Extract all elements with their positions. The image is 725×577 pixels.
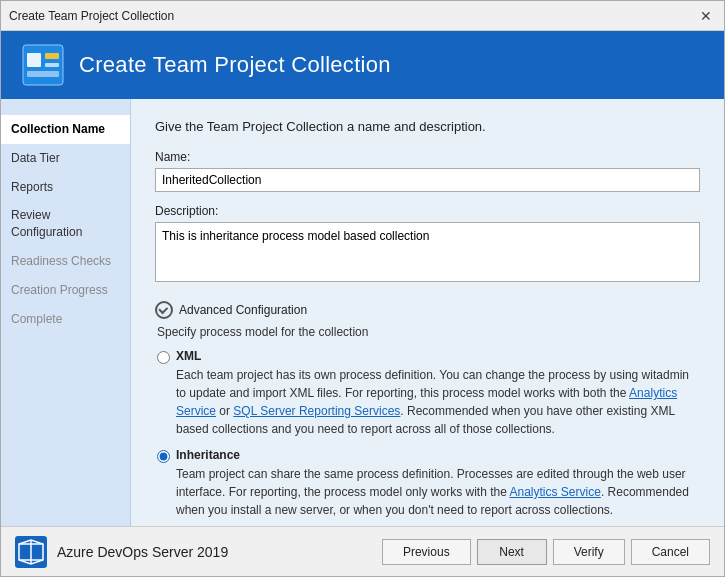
sidebar-item-collection-name[interactable]: Collection Name xyxy=(1,115,130,144)
header-bar: Create Team Project Collection xyxy=(1,31,724,99)
svg-rect-1 xyxy=(27,53,41,67)
sidebar-item-readiness-checks: Readiness Checks xyxy=(1,247,130,276)
xml-title: XML xyxy=(176,349,700,363)
advanced-label: Advanced Configuration xyxy=(179,303,307,317)
main-window: Create Team Project Collection ✕ Create … xyxy=(0,0,725,577)
footer-left: Azure DevOps Server 2019 xyxy=(15,536,228,568)
toggle-icon xyxy=(155,301,173,319)
advanced-section: Advanced Configuration Specify process m… xyxy=(155,301,700,526)
name-group: Name: xyxy=(155,150,700,192)
xml-desc-part2: or xyxy=(216,404,233,418)
sidebar-item-review-configuration[interactable]: Review Configuration xyxy=(1,201,130,247)
svg-rect-3 xyxy=(45,63,59,67)
xml-desc: Each team project has its own process de… xyxy=(176,366,700,438)
main-panel: Give the Team Project Collection a name … xyxy=(131,99,724,526)
specify-text: Specify process model for the collection xyxy=(157,325,700,339)
verify-button[interactable]: Verify xyxy=(553,539,625,565)
analytics-service-link-inheritance[interactable]: Analytics Service xyxy=(510,485,601,499)
name-label: Name: xyxy=(155,150,700,164)
advanced-toggle[interactable]: Advanced Configuration xyxy=(155,301,700,319)
name-input[interactable] xyxy=(155,168,700,192)
app-icon xyxy=(21,43,65,87)
content-area: Collection Name Data Tier Reports Review… xyxy=(1,99,724,526)
inheritance-text-group: Inheritance Team project can share the s… xyxy=(176,448,700,519)
xml-desc-part1: Each team project has its own process de… xyxy=(176,368,689,400)
title-bar: Create Team Project Collection ✕ xyxy=(1,1,724,31)
footer-app-icon xyxy=(15,536,47,568)
inheritance-radio-input[interactable] xyxy=(157,450,170,463)
window-title: Create Team Project Collection xyxy=(9,9,174,23)
radio-group: XML Each team project has its own proces… xyxy=(157,349,700,519)
sidebar-item-data-tier[interactable]: Data Tier xyxy=(1,144,130,173)
description-input[interactable]: This is inheritance process model based … xyxy=(155,222,700,282)
footer: Azure DevOps Server 2019 Previous Next V… xyxy=(1,526,724,576)
inheritance-radio-label[interactable]: Inheritance Team project can share the s… xyxy=(157,448,700,519)
xml-radio-label[interactable]: XML Each team project has its own proces… xyxy=(157,349,700,438)
inheritance-radio-item: Inheritance Team project can share the s… xyxy=(157,448,700,519)
xml-text-group: XML Each team project has its own proces… xyxy=(176,349,700,438)
sidebar-item-creation-progress: Creation Progress xyxy=(1,276,130,305)
svg-rect-4 xyxy=(27,71,59,77)
sidebar-item-complete: Complete xyxy=(1,305,130,334)
header-title: Create Team Project Collection xyxy=(79,52,391,78)
section-description: Give the Team Project Collection a name … xyxy=(155,119,700,134)
svg-rect-2 xyxy=(45,53,59,59)
sql-reporting-link[interactable]: SQL Server Reporting Services xyxy=(233,404,400,418)
next-button[interactable]: Next xyxy=(477,539,547,565)
description-label: Description: xyxy=(155,204,700,218)
sidebar-item-reports[interactable]: Reports xyxy=(1,173,130,202)
inheritance-title: Inheritance xyxy=(176,448,700,462)
xml-radio-item: XML Each team project has its own proces… xyxy=(157,349,700,438)
previous-button[interactable]: Previous xyxy=(382,539,471,565)
cancel-button[interactable]: Cancel xyxy=(631,539,710,565)
xml-radio-input[interactable] xyxy=(157,351,170,364)
footer-buttons: Previous Next Verify Cancel xyxy=(382,539,710,565)
footer-app-name: Azure DevOps Server 2019 xyxy=(57,544,228,560)
close-button[interactable]: ✕ xyxy=(696,9,716,23)
sidebar: Collection Name Data Tier Reports Review… xyxy=(1,99,131,526)
inheritance-desc: Team project can share the same process … xyxy=(176,465,700,519)
description-group: Description: This is inheritance process… xyxy=(155,204,700,285)
